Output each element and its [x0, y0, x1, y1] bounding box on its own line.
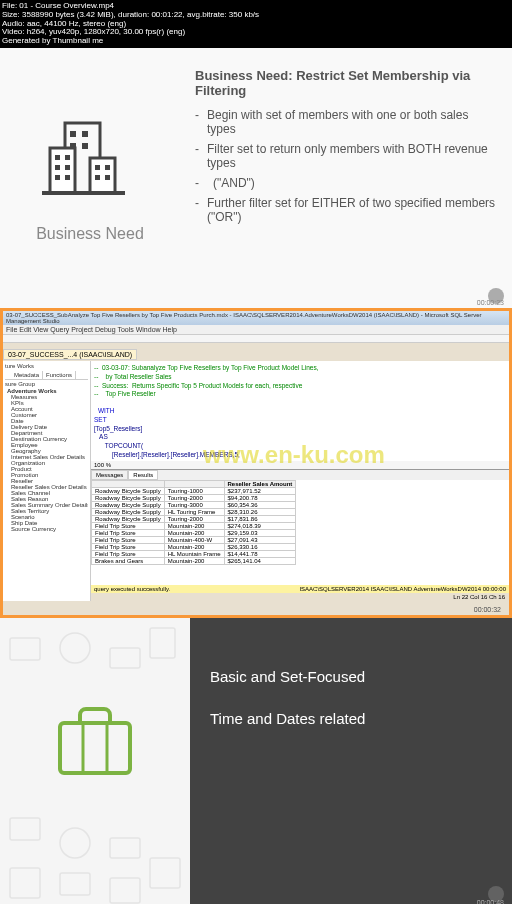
svg-rect-15: [95, 175, 100, 180]
status-connection: ISAAC\SQLSERVER2014 ISAAC\ISLAND Adventu…: [299, 586, 506, 592]
svg-rect-22: [10, 818, 40, 840]
svg-rect-28: [150, 858, 180, 888]
svg-rect-26: [60, 873, 90, 895]
svg-rect-14: [105, 165, 110, 170]
table-cell: $28,310.26: [224, 508, 296, 515]
bullet-list: Begin with set of members with one or bo…: [195, 108, 497, 224]
table-row[interactable]: Roadway Bicycle SupplyTouring-2000$17,83…: [92, 515, 296, 522]
table-cell: Field Trip Store: [92, 522, 165, 529]
svg-rect-11: [55, 175, 60, 180]
svg-rect-16: [105, 175, 110, 180]
svg-rect-13: [95, 165, 100, 170]
ssms-editor-panel: -- 03-03-07: Subanalyze Top Five Reselle…: [91, 361, 509, 601]
table-cell: $94,200.78: [224, 494, 296, 501]
table-cell: $265,141.04: [224, 557, 296, 564]
timestamp: 00:00:23: [477, 299, 504, 306]
col-header[interactable]: [92, 480, 165, 487]
bullet-item: Filter set to return only members with B…: [195, 142, 497, 170]
table-cell: Brakes and Gears: [92, 557, 165, 564]
results-tabs[interactable]: Messages Results: [91, 470, 509, 480]
table-row[interactable]: Field Trip StoreMountain-200$274,018.39: [92, 522, 296, 529]
ssms-object-explorer[interactable]: ture Works Metadata Functions sure Group…: [3, 361, 91, 601]
col-header[interactable]: [164, 480, 224, 487]
svg-rect-1: [50, 148, 75, 193]
svg-rect-4: [82, 131, 88, 137]
svg-rect-23: [60, 828, 90, 858]
business-need-title: Business Need: Restrict Set Membership v…: [195, 68, 497, 98]
table-cell: Mountain-200: [164, 557, 224, 564]
tree-group-label: sure Group: [5, 380, 88, 388]
ssms-results-panel: Messages Results Reseller Sales Amount R…: [91, 469, 509, 585]
table-cell: Roadway Bicycle Supply: [92, 508, 165, 515]
svg-rect-7: [55, 155, 60, 160]
svg-rect-20: [110, 648, 140, 668]
table-row[interactable]: Field Trip StoreMountain-200$26,330.16: [92, 543, 296, 550]
table-cell: $29,159.03: [224, 529, 296, 536]
tree-tabs[interactable]: Metadata Functions: [5, 371, 88, 380]
svg-rect-8: [65, 155, 70, 160]
table-cell: Touring-1000: [164, 487, 224, 494]
table-cell: Field Trip Store: [92, 536, 165, 543]
slide-topics: Basic and Set-Focused Time and Dates rel…: [0, 618, 512, 904]
table-row[interactable]: Roadway Bicycle SupplyTouring-3000$60,35…: [92, 501, 296, 508]
tab-messages[interactable]: Messages: [91, 470, 128, 480]
table-row[interactable]: Roadway Bicycle SupplyTouring-2000$94,20…: [92, 494, 296, 501]
table-cell: $274,018.39: [224, 522, 296, 529]
bullet-item: Further filter set for EITHER of two spe…: [195, 196, 497, 224]
svg-rect-9: [55, 165, 60, 170]
col-header[interactable]: Reseller Sales Amount: [224, 480, 296, 487]
ssms-titlebar: 03-07_SUCCESS_SubAnalyze Top Five Resell…: [3, 311, 509, 325]
svg-rect-2: [90, 158, 115, 193]
slide1-left-panel: Business Need: [0, 48, 180, 308]
svg-rect-12: [65, 175, 70, 180]
table-cell: Touring-2000: [164, 494, 224, 501]
ssms-toolbar[interactable]: [3, 335, 509, 343]
status-message: query executed successfully.: [94, 586, 170, 592]
business-need-label: Business Need: [36, 225, 144, 243]
svg-rect-3: [70, 131, 76, 137]
table-cell: Roadway Bicycle Supply: [92, 487, 165, 494]
cursor-position: Ln 22 Col 16 Ch 16: [91, 593, 509, 601]
table-cell: Field Trip Store: [92, 543, 165, 550]
table-cell: Mountain-400-W: [164, 536, 224, 543]
table-row[interactable]: Roadway Bicycle SupplyHL Touring Frame$2…: [92, 508, 296, 515]
svg-rect-10: [65, 165, 70, 170]
slide1-content: Business Need: Restrict Set Membership v…: [180, 48, 512, 308]
table-row[interactable]: Roadway Bicycle SupplyTouring-1000$237,9…: [92, 487, 296, 494]
tab-results[interactable]: Results: [128, 470, 158, 480]
table-row[interactable]: Field Trip StoreHL Mountain Frame$14,441…: [92, 550, 296, 557]
table-cell: Roadway Bicycle Supply: [92, 501, 165, 508]
briefcase-icon: [55, 703, 135, 778]
table-cell: $60,354.36: [224, 501, 296, 508]
video-metadata-header: File: 01 - Course Overview.mp4 Size: 358…: [0, 0, 512, 48]
info-line: Generated by Thumbnail me: [2, 37, 510, 46]
svg-rect-24: [110, 838, 140, 858]
bullet-item: Begin with set of members with one or bo…: [195, 108, 497, 136]
table-cell: Field Trip Store: [92, 529, 165, 536]
table-cell: $237,971.52: [224, 487, 296, 494]
ssms-document-tab[interactable]: 03-07_SUCCESS_...4 (ISAAC\ISLAND): [3, 349, 137, 360]
table-cell: $27,091.43: [224, 536, 296, 543]
table-cell: Roadway Bicycle Supply: [92, 515, 165, 522]
svg-rect-27: [110, 878, 140, 903]
table-cell: HL Mountain Frame: [164, 550, 224, 557]
tab-functions[interactable]: Functions: [43, 371, 76, 379]
svg-rect-29: [60, 723, 130, 773]
tree-item[interactable]: Source Currency: [5, 526, 88, 532]
svg-rect-21: [150, 628, 175, 658]
table-row[interactable]: Field Trip StoreMountain-200$29,159.03: [92, 529, 296, 536]
ssms-menubar[interactable]: File Edit View Query Project Debug Tools…: [3, 325, 509, 335]
tab-metadata[interactable]: Metadata: [11, 371, 43, 379]
table-row[interactable]: Field Trip StoreMountain-400-W$27,091.43: [92, 536, 296, 543]
slide3-content: Basic and Set-Focused Time and Dates rel…: [190, 618, 512, 904]
table-cell: Field Trip Store: [92, 550, 165, 557]
ssms-statusbar: query executed successfully. ISAAC\SQLSE…: [91, 585, 509, 593]
slide-business-need: Business Need Business Need: Restrict Se…: [0, 48, 512, 308]
buildings-icon: [40, 113, 140, 213]
table-row[interactable]: Brakes and GearsMountain-200$265,141.04: [92, 557, 296, 564]
table-cell: Touring-2000: [164, 515, 224, 522]
topic-item: Basic and Set-Focused: [210, 668, 492, 685]
timestamp: 00:00:48: [477, 899, 504, 904]
results-grid[interactable]: Reseller Sales Amount Roadway Bicycle Su…: [91, 480, 296, 565]
timestamp: 00:00:32: [474, 606, 501, 613]
